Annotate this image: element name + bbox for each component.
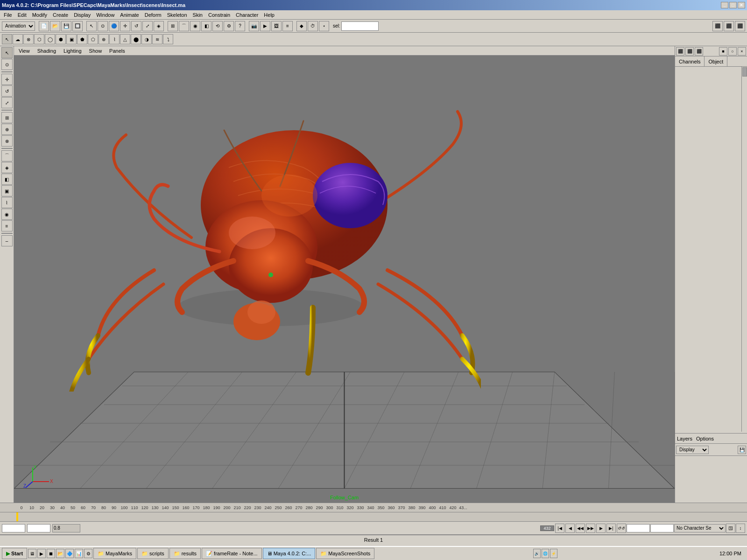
tool2-deform-icon[interactable]: ⬢ [56, 34, 66, 44]
rp-settings-icon[interactable]: ○ [728, 47, 737, 56]
tool2-render-icon[interactable]: ◑ [141, 34, 152, 44]
sel-field[interactable] [341, 21, 379, 31]
menu-edit[interactable]: Edit [15, 11, 29, 19]
lt-rotate-icon[interactable]: ↺ [1, 85, 13, 97]
menu-modify[interactable]: Modify [29, 11, 50, 19]
taskbar-mayamarks[interactable]: 📁 MayaMarks [93, 548, 136, 559]
tool2-sculpt-icon[interactable]: ◯ [45, 34, 55, 44]
render-cam-icon[interactable]: 📷 [249, 21, 259, 31]
tool2-ik-icon[interactable]: ⊕ [99, 34, 109, 44]
tool2-char-icon[interactable]: ⤵ [163, 34, 173, 44]
cycle-mode-btn[interactable]: ↕ [736, 524, 745, 533]
render-settings-icon[interactable]: ⚙ [224, 21, 234, 31]
tool2-select-icon[interactable]: ↖ [2, 34, 12, 44]
tray-icon-3[interactable]: ⚡ [550, 549, 557, 558]
menu-display[interactable]: Display [71, 11, 93, 19]
tab-options[interactable]: Options [696, 436, 714, 441]
menu-help[interactable]: Help [261, 11, 277, 19]
menu-character[interactable]: Character [233, 11, 261, 19]
loop-btn[interactable]: ↺↺ [617, 524, 626, 533]
rp-align-right-icon[interactable]: ⬛ [695, 47, 703, 56]
lt-curve-icon[interactable]: ⌒ [1, 150, 13, 161]
lt-group-icon[interactable]: ⊗ [1, 135, 13, 147]
lt-anim2-icon[interactable]: ⌇ [1, 197, 13, 208]
lt-select-icon[interactable]: ↖ [1, 47, 13, 58]
taskbar-icon-4[interactable]: 📂 [56, 549, 64, 558]
taskbar-maya[interactable]: 🖥 Maya 4.0.2: C:... [263, 548, 316, 559]
taskbar-icon-2[interactable]: ▶ [37, 549, 46, 558]
tool2-poly-icon[interactable]: ⬟ [77, 34, 87, 44]
display-select[interactable]: Display [676, 446, 709, 454]
lt-lasso-icon[interactable]: ⊙ [1, 59, 13, 70]
play-fwd-btn[interactable]: ▶▶ [586, 524, 595, 533]
taskbar-scripts[interactable]: 📁 scripts [137, 548, 169, 559]
menu-skin[interactable]: Skin [190, 11, 205, 19]
tool-select-icon[interactable]: ↖ [86, 21, 97, 31]
new-file-icon[interactable]: 📄 [39, 21, 49, 31]
history-icon[interactable]: ⟲ [212, 21, 223, 31]
vm-view[interactable]: View [16, 48, 33, 54]
layers-save-icon[interactable]: 💾 [738, 446, 746, 454]
tool2-curve-icon[interactable]: ⌇ [109, 34, 120, 44]
play-back-btn[interactable]: ◀◀ [576, 524, 585, 533]
help-icon[interactable]: ? [235, 21, 245, 31]
next-key-btn[interactable]: ▶| [606, 524, 616, 533]
taskbar-results[interactable]: 📁 results [169, 548, 201, 559]
close-button[interactable]: ✕ [738, 2, 745, 8]
lt-pivot-icon[interactable]: ⊕ [1, 124, 13, 135]
tab-channels[interactable]: Channels [675, 56, 705, 66]
rp-close-icon[interactable]: × [738, 47, 746, 56]
ipr-icon[interactable]: ▶ [260, 21, 270, 31]
vm-lighting[interactable]: Lighting [61, 48, 85, 54]
set-key-icon[interactable]: ◆ [296, 21, 307, 31]
timeline-track[interactable] [0, 512, 747, 522]
viewport-canvas[interactable]: X Y Z Follow_Cam [14, 56, 675, 503]
display-render-icon[interactable]: 🖼 [271, 21, 282, 31]
tab-layers[interactable]: Layers [677, 436, 692, 441]
tool-show-manip-icon[interactable]: ◈ [154, 21, 164, 31]
tool2-anim-icon[interactable]: ≋ [152, 34, 162, 44]
frame-input-1[interactable]: 432.00 [627, 524, 650, 532]
mode-select[interactable]: Animation [2, 21, 35, 31]
rp-align-left-icon[interactable]: ⬛ [676, 47, 684, 56]
snap-curve-icon[interactable]: ⌒ [179, 21, 189, 31]
taskbar-icon-5[interactable]: 🔷 [65, 549, 74, 558]
rp-color-icon[interactable]: ■ [719, 47, 727, 56]
taskbar-icon-3[interactable]: ⏹ [47, 549, 55, 558]
lt-deform-icon[interactable]: ◧ [1, 174, 13, 185]
lt-camera-icon[interactable]: ⊞ [1, 112, 13, 123]
snap-view-icon[interactable]: ◧ [201, 21, 211, 31]
lt-extra-icon[interactable]: – [1, 235, 13, 246]
lt-scale-icon[interactable]: ⤢ [1, 97, 13, 108]
save-file-icon[interactable]: 💾 [61, 21, 71, 31]
batch-render-icon[interactable]: ≡ [282, 21, 293, 31]
taskbar-icon-7[interactable]: ⚙ [84, 549, 92, 558]
tab-object[interactable]: Object [705, 56, 727, 66]
open-file-icon[interactable]: 📂 [50, 21, 60, 31]
char-select[interactable]: No Character Se [674, 524, 726, 532]
lt-surface-icon[interactable]: ◈ [1, 162, 13, 173]
lt-misc-icon[interactable]: ≡ [1, 220, 13, 231]
tool-rotate-icon[interactable]: ↺ [131, 21, 141, 31]
taskbar-icon-6[interactable]: 📊 [75, 549, 83, 558]
menu-skeleton[interactable]: Skeleton [164, 11, 190, 19]
frame-input-2[interactable]: 432.00 [650, 524, 674, 532]
start-button[interactable]: ▶ Start [2, 548, 27, 559]
taskbar-screenshots[interactable]: 📁 MayaScreenShots [316, 548, 374, 559]
scrollbar-thumb[interactable] [742, 67, 747, 77]
anim-key-icon[interactable]: ⋆ [319, 21, 329, 31]
menu-create[interactable]: Create [50, 11, 71, 19]
lt-render2-icon[interactable]: ▣ [1, 185, 13, 196]
right-panel-scrollbar[interactable] [741, 67, 747, 432]
vm-shading[interactable]: Shading [35, 48, 59, 54]
vm-show[interactable]: Show [86, 48, 105, 54]
auto-key-icon[interactable]: ⏱ [308, 21, 318, 31]
vm-panels[interactable]: Panels [106, 48, 128, 54]
snap-point-icon[interactable]: ◉ [190, 21, 200, 31]
lt-skin-icon[interactable]: ◉ [1, 209, 13, 220]
prev-frame-btn[interactable]: ◀ [565, 524, 575, 533]
tool2-cluster-icon[interactable]: ⊗ [23, 34, 34, 44]
menu-window[interactable]: Window [93, 11, 117, 19]
tool2-nurbs-icon[interactable]: ▣ [66, 34, 77, 44]
menu-animate[interactable]: Animate [117, 11, 141, 19]
